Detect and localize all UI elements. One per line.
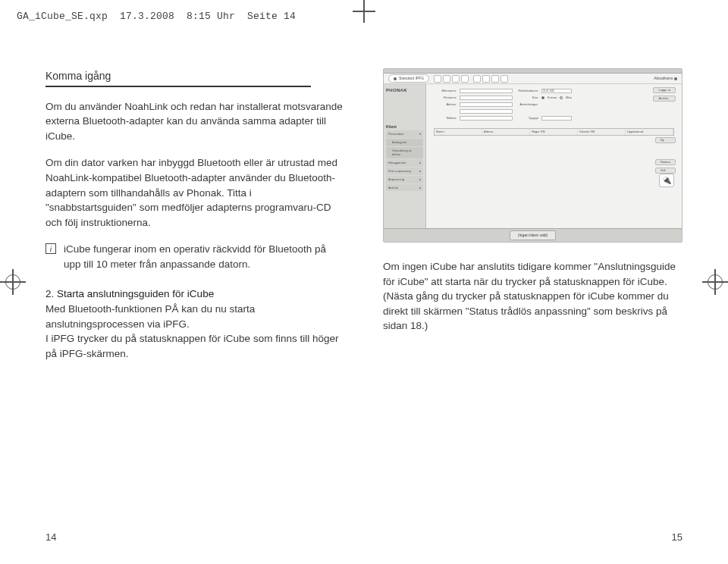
th-updated: Uppdaterad (626, 129, 673, 135)
ss-body: PHONAK Klient Persondata▾ Audiogram Utvä… (384, 84, 682, 228)
info-callout: i iCube fungerar inom en operativ räckvi… (46, 242, 345, 271)
step-2-text-1: Med Bluetooth-funktionen PÅ kan du nu st… (46, 303, 255, 330)
label-dob: Födelsedatum: (516, 89, 538, 93)
paragraph-intro: Om du använder NoahLink och redan har in… (46, 99, 345, 144)
btn-label: Radera (661, 160, 670, 164)
ss-row-address2 (434, 109, 674, 114)
refresh-icon (674, 77, 677, 80)
btn-label: Ny (661, 138, 664, 143)
label-lastname: Efternamn: (434, 89, 457, 93)
ss-logout-button[interactable]: Logga ut (653, 87, 676, 93)
ss-row-lastname: Efternamn: Födelsedatum: 01.01.1902 (434, 89, 674, 93)
ss-tool-icon[interactable] (500, 75, 508, 83)
label-male: Man (566, 96, 572, 100)
label-sex: Kön: (516, 96, 538, 100)
ss-exit-button[interactable]: Avsluta (653, 96, 676, 102)
ss-toolbar: Standard iPFG Aktualisera (384, 74, 682, 84)
title-underline (46, 86, 311, 87)
chevron-right-icon: ▸ (419, 169, 421, 174)
input-lastname[interactable] (460, 89, 513, 93)
ss-new-button[interactable]: Ny (655, 137, 676, 143)
chevron-right-icon: ▸ (419, 161, 421, 165)
radio-female[interactable] (541, 96, 544, 99)
crop-mark-right (702, 269, 728, 295)
th-right: Höger SN (530, 129, 578, 135)
header-time: 8:15 Uhr (187, 11, 235, 22)
paragraph-adapter: Om din dator varken har inbyggd Bluetoot… (46, 155, 345, 230)
header-date: 17.3.2008 (120, 11, 174, 22)
ss-nav-persondata[interactable]: Persondata▾ (386, 130, 423, 138)
ss-mode-label: Standard iPFG (399, 76, 424, 81)
icube-status-button[interactable]: 🔌 (659, 174, 674, 187)
ss-group-klient: Klient (386, 124, 423, 130)
label-phone: Telefon: (434, 116, 457, 121)
input-address2[interactable] (460, 109, 513, 114)
label-firstname: Förnamn: (434, 96, 457, 100)
step-2-heading: 2. Starta anslutningsguiden för iCube (46, 288, 214, 299)
ss-tool-icon[interactable] (443, 75, 450, 83)
th-address: Adress (482, 129, 530, 135)
th-left: Vänster SN (578, 129, 626, 135)
ss-tool-icon[interactable] (473, 75, 481, 83)
ss-nav-avsluta[interactable]: Avsluta▸ (386, 184, 423, 192)
radio-male[interactable] (560, 96, 563, 99)
ss-mode-pill[interactable]: Standard iPFG (388, 74, 429, 83)
ss-nav-horapparater[interactable]: Hörapparater▸ (386, 159, 423, 167)
ss-main-panel: Logga ut Avsluta Efternamn: Födelsedatum… (426, 84, 682, 228)
ss-tool-icon[interactable] (482, 75, 490, 83)
input-firstname[interactable] (460, 96, 513, 100)
ss-brand-logo: PHONAK (386, 87, 423, 94)
column-left: Komma igång Om du använder NoahLink och … (46, 68, 345, 526)
page-content: Komma igång Om du använder NoahLink och … (46, 68, 682, 526)
step-2-block: 2. Starta anslutningsguiden för iCube Me… (46, 287, 345, 361)
ss-refresh[interactable]: Aktualisera (654, 76, 677, 81)
ss-table-actions: Ny Radera Sök (655, 137, 676, 174)
ss-tool-icon[interactable] (461, 75, 469, 83)
header-page: Seite 14 (247, 11, 296, 22)
label-female: Kvinna (548, 96, 557, 100)
ss-nav-anpassning[interactable]: Anpassning▸ (386, 176, 423, 183)
ss-row-address: Adress: Anteckningar: (434, 102, 674, 107)
ss-statusbar: (Ingen klient vald) (384, 228, 682, 242)
ss-nav-audiogram[interactable]: Audiogram (386, 139, 423, 146)
ss-nav-label: Anpassning (388, 177, 404, 182)
crop-mark-left (0, 269, 26, 295)
print-header: GA_iCube_SE.qxp 17.3.2008 8:15 Uhr Seite… (17, 11, 296, 22)
label-notes: Anteckningar: (516, 102, 538, 107)
dot-icon (394, 77, 397, 80)
ss-search-button[interactable]: Sök (655, 168, 676, 174)
btn-label: Avsluta (658, 96, 668, 101)
ss-status-text: (Ingen klient vald) (510, 230, 556, 240)
ss-nav-utvardering[interactable]: Utvärdering av behov (386, 147, 423, 159)
ss-nav-label: Audiogram (392, 140, 406, 145)
ss-delete-button[interactable]: Radera (655, 159, 676, 165)
chevron-right-icon: ▸ (419, 177, 421, 182)
ss-tool-icon[interactable] (452, 75, 460, 83)
btn-label: Sök (661, 168, 666, 173)
input-dob[interactable]: 01.01.1902 (541, 89, 572, 93)
ss-nav-label: Persondata (388, 132, 403, 136)
ss-row-phone: Telefon: Tjugspr (434, 116, 674, 121)
page-number-right: 15 (672, 531, 682, 543)
label-address: Adress: (434, 102, 457, 107)
ss-refresh-label: Aktualisera (654, 76, 673, 81)
paragraph-right-1: Om ingen iCube har anslutits tidigare ko… (383, 259, 682, 334)
label-tjugspr: Tjugspr (516, 116, 538, 121)
ss-nav-label: Före anpassning (388, 169, 411, 174)
ss-right-buttons: Logga ut Avsluta (653, 87, 676, 102)
ss-nav-label: Avsluta (388, 186, 398, 190)
ss-sidebar: PHONAK Klient Persondata▾ Audiogram Utvä… (384, 84, 426, 228)
ss-icon-group-2 (473, 75, 508, 83)
ss-nav-fore[interactable]: Före anpassning▸ (386, 168, 423, 175)
page-number-left: 14 (46, 531, 56, 543)
input-tjugspr[interactable] (541, 116, 572, 121)
input-address[interactable] (460, 102, 513, 107)
header-filename: GA_iCube_SE.qxp (17, 11, 108, 22)
chevron-right-icon: ▸ (419, 186, 421, 190)
crop-mark-top (353, 0, 375, 23)
input-phone[interactable] (460, 116, 513, 121)
ss-client-table: Namn Adress Höger SN Vänster SN Uppdater… (434, 128, 674, 136)
ss-tool-icon[interactable] (434, 75, 441, 83)
ss-row-firstname: Förnamn: Kön: Kvinna Man (434, 96, 674, 100)
ss-tool-icon[interactable] (491, 75, 499, 83)
